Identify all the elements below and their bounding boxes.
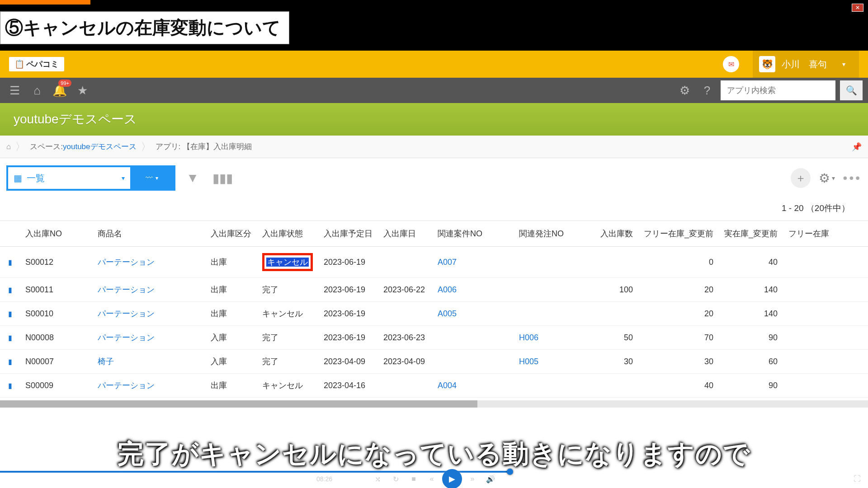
table-cell: 入庫 <box>205 350 257 374</box>
table-cell: 出庫 <box>205 247 257 278</box>
table-cell[interactable]: H005 <box>514 350 595 374</box>
favorite-button[interactable]: ★ <box>73 81 91 99</box>
table-cell: S00012 <box>20 247 92 278</box>
view-label: 一覧 <box>27 172 45 184</box>
table-cell[interactable]: パーテーション <box>92 247 205 278</box>
more-options-button[interactable]: ••• <box>843 171 862 185</box>
pin-button[interactable]: 📌 <box>852 142 862 152</box>
column-header[interactable]: 入出庫区分 <box>205 221 257 247</box>
breadcrumb-space-link[interactable]: youtubeデモスペース <box>63 141 137 152</box>
breadcrumb: ⌂ 〉 スペース: youtubeデモスペース 〉 アプリ: 【在庫】入出庫明細… <box>0 136 868 158</box>
table-cell: ▮ <box>0 350 20 374</box>
table-row: ▮N00007椅子入庫完了2023-04-092023-04-09H005303… <box>0 350 868 374</box>
video-controls: 08:26 ⤭ ↻ ■ « ▶ » 🔊 ⛶ <box>0 470 868 488</box>
column-header[interactable]: 商品名 <box>92 221 205 247</box>
rewind-button[interactable]: « <box>424 471 439 487</box>
table-cell <box>595 247 638 278</box>
record-icon[interactable]: ▮ <box>8 358 12 366</box>
table-cell: 20 <box>638 302 719 326</box>
table-cell[interactable]: A006 <box>432 278 514 302</box>
volume-button[interactable]: 🔊 <box>483 471 498 487</box>
stop-button[interactable]: ■ <box>406 471 421 487</box>
table-cell: ▮ <box>0 278 20 302</box>
column-header[interactable]: フリー在庫 <box>783 221 868 247</box>
column-header[interactable]: 入出庫日 <box>378 221 432 247</box>
view-dropdown[interactable]: ▦ 一覧 ▾ <box>8 167 130 189</box>
shuffle-button[interactable]: ⤭ <box>370 471 385 487</box>
column-header[interactable]: 入出庫数 <box>595 221 638 247</box>
column-header[interactable]: 関連案件NO <box>432 221 514 247</box>
fullscreen-button[interactable]: ⛶ <box>854 475 861 483</box>
table-cell[interactable]: パーテーション <box>92 326 205 350</box>
chart-toggle-button[interactable]: 〰 ▾ <box>130 167 174 189</box>
table-cell: 30 <box>595 350 638 374</box>
column-header[interactable]: 実在庫_変更前 <box>719 221 783 247</box>
table-cell: 入庫 <box>205 326 257 350</box>
repeat-button[interactable]: ↻ <box>388 471 403 487</box>
table-cell[interactable]: A007 <box>432 247 514 278</box>
record-icon[interactable]: ▮ <box>8 334 12 342</box>
logo-icon: 📋 <box>14 59 24 69</box>
table-row: ▮S00010パーテーション出庫キャンセル2023-06-19A00520140 <box>0 302 868 326</box>
table-cell[interactable]: パーテーション <box>92 374 205 398</box>
table-cell <box>783 326 868 350</box>
mail-icon: ✉ <box>728 60 734 69</box>
menu-button[interactable]: ☰ <box>5 81 24 99</box>
app-settings-button[interactable]: ⚙ ▾ <box>819 171 835 186</box>
table-cell <box>595 302 638 326</box>
column-header[interactable]: 関連発注NO <box>514 221 595 247</box>
table-cell[interactable]: 椅子 <box>92 350 205 374</box>
breadcrumb-app-label: アプリ: 【在庫】入出庫明細 <box>156 141 252 152</box>
play-button[interactable]: ▶ <box>442 469 462 488</box>
table-cell[interactable]: パーテーション <box>92 302 205 326</box>
table-cell <box>378 247 432 278</box>
table-cell: 2023-06-19 <box>318 326 378 350</box>
table-cell: S00010 <box>20 302 92 326</box>
chevron-down-icon: ▾ <box>832 174 835 182</box>
space-title: youtubeデモスペース <box>0 103 868 136</box>
breadcrumb-home-icon[interactable]: ⌂ <box>6 142 11 151</box>
settings-button[interactable]: ⚙ <box>675 81 693 99</box>
video-time: 08:26 <box>316 475 332 483</box>
table-cell[interactable]: A005 <box>432 302 514 326</box>
column-header[interactable]: 入出庫予定日 <box>318 221 378 247</box>
horizontal-scrollbar[interactable] <box>0 400 868 408</box>
search-button[interactable]: 🔍 <box>840 80 863 100</box>
table-cell: 40 <box>638 374 719 398</box>
table-cell[interactable]: H006 <box>514 326 595 350</box>
record-icon[interactable]: ▮ <box>8 258 12 266</box>
notifications-button[interactable]: 🔔99+ <box>51 81 69 99</box>
video-subtitle: 完了がキャンセルになっている動きになりますので <box>0 436 868 472</box>
record-icon[interactable]: ▮ <box>8 382 12 389</box>
notifications-mail-button[interactable]: ✉ <box>723 56 739 72</box>
forward-button[interactable]: » <box>465 471 480 487</box>
notification-badge: 99+ <box>58 80 71 87</box>
plus-icon: ＋ <box>795 171 806 185</box>
column-header[interactable]: フリー在庫_変更前 <box>638 221 719 247</box>
table-cell: 2023-06-19 <box>318 302 378 326</box>
window-close-button[interactable]: ✕ <box>852 4 863 12</box>
presentation-title: ⑤キャンセルの在庫変動について <box>0 11 289 44</box>
user-menu[interactable]: 🐯 小川 喜句 ▾ <box>753 51 859 78</box>
home-button[interactable]: ⌂ <box>28 81 46 99</box>
table-cell[interactable]: パーテーション <box>92 278 205 302</box>
graph-button[interactable]: ▮▮▮ <box>210 165 235 191</box>
brand-logo[interactable]: 📋 ペパコミ <box>9 57 64 71</box>
gear-icon: ⚙ <box>819 171 830 186</box>
table-cell <box>514 278 595 302</box>
help-button[interactable]: ? <box>698 81 716 99</box>
table-cell <box>432 350 514 374</box>
table-cell: N00007 <box>20 350 92 374</box>
table-cell <box>595 374 638 398</box>
filter-button[interactable]: ▼ <box>180 165 205 191</box>
record-icon[interactable]: ▮ <box>8 310 12 318</box>
column-header[interactable]: 入出庫状態 <box>257 221 318 247</box>
table-cell <box>514 302 595 326</box>
add-record-button[interactable]: ＋ <box>791 168 811 188</box>
search-input[interactable] <box>727 86 835 95</box>
table-cell[interactable]: A004 <box>432 374 514 398</box>
record-icon[interactable]: ▮ <box>8 286 12 294</box>
table-cell: キャンセル <box>257 302 318 326</box>
table-cell: 2023-04-09 <box>378 350 432 374</box>
column-header[interactable]: 入出庫NO <box>20 221 92 247</box>
